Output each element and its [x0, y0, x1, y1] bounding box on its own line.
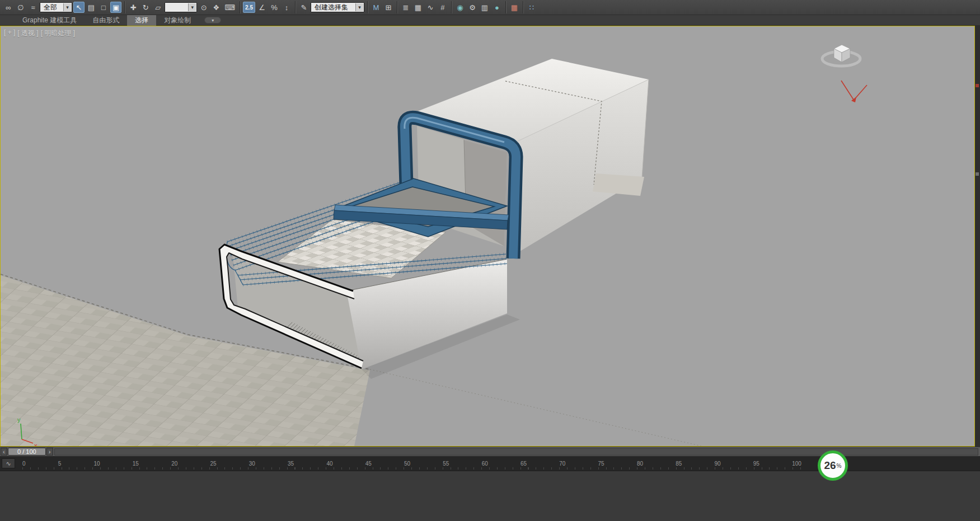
scene-3d: y x	[1, 26, 974, 446]
frame-label: 40	[326, 461, 332, 467]
select-and-move-icon[interactable]: ✚	[128, 2, 139, 13]
spinner-snap-icon[interactable]: ↕	[281, 2, 292, 13]
red-grid-icon[interactable]: ▦	[509, 2, 520, 13]
select-object-icon[interactable]: ↖	[73, 2, 85, 13]
select-and-link-icon[interactable]: ∞	[3, 2, 14, 13]
frame-label: 80	[637, 461, 643, 467]
select-and-scale-icon[interactable]: ▱	[152, 2, 163, 13]
selection-region-icon[interactable]: □	[98, 2, 109, 13]
viewport-label: [ + ] [ 透视 ] [ 明暗处理 ]	[4, 29, 75, 38]
tab-selection[interactable]: 选择	[127, 15, 156, 26]
named-selection-sets-dropdown[interactable]: 创建选择集	[311, 2, 364, 12]
keyboard-override-icon[interactable]: ⌨	[223, 2, 237, 13]
separator	[240, 1, 240, 13]
time-slider-handle[interactable]: 0 / 100	[8, 448, 46, 456]
frame-ruler: 0 5 10 15 20 25 30 35 40 45 50 55	[22, 456, 801, 471]
selection-filter-dropdown[interactable]: 全部	[40, 2, 72, 12]
render-setup-icon[interactable]: ⚙	[467, 2, 478, 13]
frame-label: 75	[598, 461, 604, 467]
viewport-general-menu[interactable]: [ + ]	[4, 29, 15, 38]
3dsmax-window: ∞ ∅ ≈ 全部 ↖ ▤ □ ▣ ✚ ↻ ▱ ⊙ ❖ ⌨	[0, 0, 980, 521]
frame-label: 100	[792, 461, 801, 467]
frame-label: 95	[753, 461, 759, 467]
graphite-toggle-icon[interactable]: ▦	[412, 2, 424, 13]
panel-mark-red	[976, 84, 979, 87]
mirror-icon[interactable]: M	[371, 2, 382, 13]
material-editor-icon[interactable]: ◉	[454, 2, 466, 13]
align-icon[interactable]: ⊞	[383, 2, 394, 13]
separator	[505, 1, 506, 13]
separator	[367, 1, 368, 13]
frame-label: 10	[94, 461, 100, 467]
frame-label: 90	[715, 461, 721, 467]
frame-label: 65	[521, 461, 527, 467]
use-pivot-center-icon[interactable]: ⊙	[198, 2, 209, 13]
main-toolbar: ∞ ∅ ≈ 全部 ↖ ▤ □ ▣ ✚ ↻ ▱ ⊙ ❖ ⌨	[0, 0, 980, 15]
panel-mark-gray	[976, 172, 979, 176]
badge-unit: %	[837, 463, 842, 469]
ribbon-collapse-button[interactable]: ▾	[204, 17, 221, 24]
frame-label: 50	[404, 461, 410, 467]
schematic-view-icon[interactable]: #	[437, 2, 448, 13]
separator	[124, 1, 125, 13]
badge-value: 26	[824, 459, 836, 472]
frame-label: 0	[22, 461, 26, 467]
select-and-rotate-icon[interactable]: ↻	[140, 2, 151, 13]
separator	[295, 1, 296, 13]
frame-label: 35	[288, 461, 294, 467]
mini-curve-editor-button[interactable]: ∿	[2, 458, 15, 468]
separator	[523, 1, 523, 13]
viewport-shading-menu[interactable]: [ 明暗处理 ]	[41, 29, 75, 38]
unlink-selection-icon[interactable]: ∅	[15, 2, 26, 13]
time-prev-button[interactable]: ‹	[1, 448, 7, 456]
tab-object-paint[interactable]: 对象绘制	[156, 15, 199, 26]
axis-x-label: x	[34, 442, 37, 446]
frame-label: 15	[133, 461, 139, 467]
select-by-name-icon[interactable]: ▤	[86, 2, 97, 13]
time-next-button[interactable]: ›	[46, 448, 53, 456]
ribbon-tab-bar: Graphite 建模工具 自由形式 选择 对象绘制 ▾	[0, 15, 980, 26]
rendered-frame-icon[interactable]: ▥	[479, 2, 490, 13]
tab-freeform[interactable]: 自由形式	[85, 15, 127, 26]
tab-graphite-modeling-tools[interactable]: Graphite 建模工具	[15, 15, 85, 26]
reference-coordinate-dropdown[interactable]	[165, 2, 197, 12]
viewport-row: y x [ + ] [ 透视 ] [ 明暗处理 ]	[0, 26, 980, 447]
layer-manager-icon[interactable]: ≣	[400, 2, 411, 13]
frame-label: 55	[443, 461, 449, 467]
window-crossing-icon[interactable]: ▣	[110, 2, 121, 13]
frame-label: 20	[171, 461, 177, 467]
command-panel-strip	[975, 26, 980, 447]
separator	[397, 1, 397, 13]
frame-label: 85	[676, 461, 682, 467]
render-production-icon[interactable]: ●	[491, 2, 503, 13]
curve-editor-icon[interactable]: ∿	[425, 2, 436, 13]
angle-snap-icon[interactable]: ∠	[256, 2, 268, 13]
axis-y-label: y	[17, 416, 21, 423]
frame-label: 25	[210, 461, 216, 467]
viewport[interactable]: y x [ + ] [ 透视 ] [ 明暗处理 ]	[0, 26, 975, 447]
select-and-manipulate-icon[interactable]: ❖	[210, 2, 222, 13]
viewport-pov-menu[interactable]: [ 透视 ]	[17, 29, 38, 38]
snap-toggle-2_5-icon[interactable]: 2.5	[243, 2, 255, 13]
frame-label: 70	[559, 461, 565, 467]
frame-label: 30	[249, 461, 255, 467]
blue-dots-icon[interactable]: ∷	[526, 2, 537, 13]
recording-percent-badge: 26 %	[818, 450, 848, 481]
frame-label: 5	[58, 461, 62, 467]
percent-snap-icon[interactable]: %	[269, 2, 280, 13]
bind-to-space-warp-icon[interactable]: ≈	[27, 2, 39, 13]
frame-label: 60	[482, 461, 488, 467]
frame-label: 45	[365, 461, 372, 467]
edit-named-selection-sets-icon[interactable]: ✎	[298, 2, 310, 13]
separator	[451, 1, 452, 13]
